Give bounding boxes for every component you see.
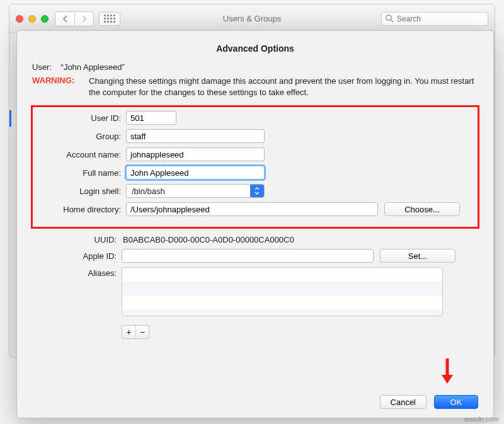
home-dir-label: Home directory:: [37, 205, 126, 214]
sidebar-selection-indicator: [9, 110, 11, 127]
user-id-label: User ID:: [37, 113, 126, 123]
choose-button[interactable]: Choose...: [384, 202, 460, 216]
back-button[interactable]: [55, 12, 74, 26]
aliases-add-remove: + −: [122, 325, 149, 339]
group-input[interactable]: [126, 129, 265, 143]
apps-grid-button[interactable]: [99, 12, 120, 26]
traffic-lights: [16, 15, 49, 23]
titlebar: Users & Groups: [9, 4, 495, 33]
user-line: User: “John Appleseed”: [32, 62, 478, 72]
account-name-input[interactable]: [126, 147, 265, 161]
user-id-input[interactable]: [126, 111, 176, 125]
search-icon: [385, 14, 394, 23]
forward-button[interactable]: [74, 12, 93, 26]
apple-id-input[interactable]: [122, 249, 374, 263]
grid-icon: [104, 14, 115, 23]
warning-row: WARNING: Changing these settings might d…: [32, 76, 478, 98]
uuid-value: B0ABCAB0-D000-00C0-A0D0-00000CA000C0: [122, 235, 294, 244]
watermark: wsxdn.com: [464, 415, 499, 423]
login-shell-label: Login shell:: [37, 186, 126, 196]
uuid-label: UUID:: [32, 235, 122, 244]
advanced-options-sheet: Advanced Options User: “John Appleseed” …: [16, 30, 494, 418]
account-name-label: Account name:: [37, 150, 126, 159]
home-dir-input[interactable]: [126, 202, 378, 216]
user-value: “John Appleseed”: [61, 62, 125, 72]
warning-text: Changing these settings might damage thi…: [89, 76, 478, 98]
login-shell-value: /bin/bash: [132, 186, 165, 196]
ok-button[interactable]: OK: [434, 395, 478, 409]
user-label: User:: [32, 62, 52, 72]
remove-alias-button[interactable]: −: [135, 326, 149, 338]
chevron-right-icon: [81, 15, 87, 23]
plus-icon: +: [126, 327, 131, 337]
close-icon[interactable]: [16, 15, 23, 23]
svg-line-1: [391, 20, 393, 22]
highlight-box: User ID: Group: Account name: Full name:…: [31, 105, 479, 229]
annotation-arrow-icon: [439, 357, 455, 385]
svg-point-0: [386, 14, 391, 20]
sheet-footer: Cancel OK: [380, 395, 478, 409]
chevron-left-icon: [62, 15, 68, 23]
search-field-wrap: [381, 12, 488, 26]
add-alias-button[interactable]: +: [122, 326, 135, 338]
minimize-icon[interactable]: [28, 15, 36, 23]
select-caret-icon: [250, 185, 264, 197]
minus-icon: −: [140, 327, 145, 337]
sheet-title: Advanced Options: [32, 43, 478, 54]
full-name-label: Full name:: [37, 168, 126, 178]
warning-label: WARNING:: [32, 76, 89, 98]
full-name-input[interactable]: [126, 166, 265, 180]
group-label: Group:: [37, 132, 126, 141]
set-button[interactable]: Set...: [380, 249, 455, 263]
aliases-label: Aliases:: [32, 267, 122, 278]
cancel-button[interactable]: Cancel: [380, 395, 427, 409]
apple-id-label: Apple ID:: [32, 251, 122, 261]
zoom-icon[interactable]: [41, 15, 49, 23]
login-shell-select[interactable]: /bin/bash: [126, 184, 265, 198]
aliases-listbox[interactable]: [122, 267, 443, 316]
search-input[interactable]: [381, 12, 488, 26]
nav-back-forward: [55, 11, 94, 26]
